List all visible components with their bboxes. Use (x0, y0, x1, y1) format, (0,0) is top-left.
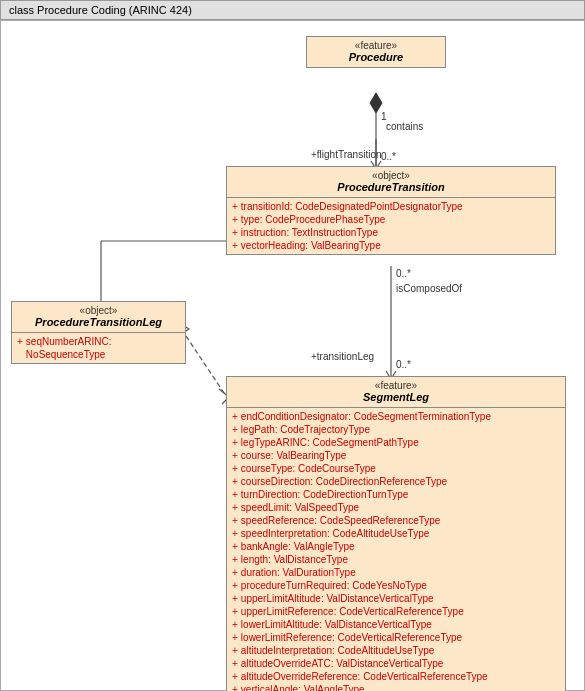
attr-line: +lowerLimitAltitude: ValDistanceVertical… (232, 618, 560, 631)
attr-plus: + (232, 200, 238, 213)
attr-text: duration: ValDurationType (241, 566, 356, 579)
attr-line: +upperLimitAltitude: ValDistanceVertical… (232, 592, 560, 605)
attr-text: verticalAngle: ValAngleType (241, 683, 365, 691)
attr-plus: + (232, 657, 238, 670)
proc-transition-leg-classname: ProcedureTransitionLeg (12, 316, 185, 332)
attr-line: + transitionId: CodeDesignatedPointDesig… (232, 200, 550, 213)
attr-line: +altitudeOverrideATC: ValDistanceVertica… (232, 657, 560, 670)
attr-plus: + (232, 579, 238, 592)
attr-line: + seqNumberARINC: NoSequenceType (17, 335, 180, 361)
attr-text: type: CodeProcedurePhaseType (241, 213, 386, 226)
attr-text: transitionId: CodeDesignatedPointDesigna… (241, 200, 463, 213)
attr-plus: + (232, 605, 238, 618)
attr-line: +lowerLimitReference: CodeVerticalRefere… (232, 631, 560, 644)
attr-line: + vectorHeading: ValBearingType (232, 239, 550, 252)
attr-plus: + (232, 436, 238, 449)
attr-text: endConditionDesignator: CodeSegmentTermi… (241, 410, 491, 423)
flight-transition-label: +flightTransition (311, 149, 382, 160)
segment-leg-box: «feature» SegmentLeg +endConditionDesign… (226, 376, 566, 691)
attr-plus: + (232, 683, 238, 691)
attr-text: legPath: CodeTrajectoryType (241, 423, 370, 436)
attr-text: altitudeInterpretation: CodeAltitudeUseT… (241, 644, 434, 657)
attr-line: +duration: ValDurationType (232, 566, 560, 579)
attr-plus: + (232, 488, 238, 501)
attr-text: lowerLimitAltitude: ValDistanceVerticalT… (241, 618, 432, 631)
attr-line: +courseDirection: CodeDirectionReference… (232, 475, 560, 488)
attr-text: speedLimit: ValSpeedType (241, 501, 359, 514)
attr-text: courseType: CodeCourseType (241, 462, 376, 475)
attr-plus: + (232, 670, 238, 683)
segment-leg-stereotype: «feature» (227, 377, 565, 391)
attr-text: legTypeARINC: CodeSegmentPathType (241, 436, 419, 449)
attr-plus: + (232, 644, 238, 657)
attr-plus: + (232, 239, 238, 252)
proc-transition-leg-attributes: + seqNumberARINC: NoSequenceType (12, 333, 185, 363)
attr-plus: + (232, 213, 238, 226)
attr-text: upperLimitReference: CodeVerticalReferen… (241, 605, 464, 618)
attr-line: +upperLimitReference: CodeVerticalRefere… (232, 605, 560, 618)
proc-transition-classname: ProcedureTransition (227, 181, 555, 197)
attr-text: vectorHeading: ValBearingType (241, 239, 381, 252)
attr-text: courseDirection: CodeDirectionReferenceT… (241, 475, 447, 488)
mult-0star3: 0..* (396, 359, 411, 370)
svg-line-4 (186, 336, 226, 396)
attr-line: +length: ValDistanceType (232, 553, 560, 566)
proc-transition-attributes: + transitionId: CodeDesignatedPointDesig… (227, 198, 555, 254)
attr-line: +verticalAngle: ValAngleType (232, 683, 560, 691)
attr-line: +speedLimit: ValSpeedType (232, 501, 560, 514)
mult-0star2: 0..* (396, 268, 411, 279)
attr-line: +procedureTurnRequired: CodeYesNoType (232, 579, 560, 592)
attr-plus: + (232, 592, 238, 605)
attr-line: +turnDirection: CodeDirectionTurnType (232, 488, 560, 501)
attr-plus: + (232, 618, 238, 631)
attr-text: lowerLimitReference: CodeVerticalReferen… (241, 631, 462, 644)
is-composed-of-label: isComposedOf (396, 283, 462, 294)
attr-plus: + (232, 449, 238, 462)
transition-leg-label: +transitionLeg (311, 351, 374, 362)
attr-line: +bankAngle: ValAngleType (232, 540, 560, 553)
attr-plus: + (232, 553, 238, 566)
attr-text: speedInterpretation: CodeAltitudeUseType (241, 527, 429, 540)
diagram-area: 1 contains +flightTransition 0..* 0..* i… (0, 20, 585, 691)
attr-text: procedureTurnRequired: CodeYesNoType (241, 579, 427, 592)
attr-line: + type: CodeProcedurePhaseType (232, 213, 550, 226)
attr-line: +altitudeInterpretation: CodeAltitudeUse… (232, 644, 560, 657)
procedure-stereotype: «feature» (307, 37, 445, 51)
attr-plus: + (232, 462, 238, 475)
segment-leg-classname: SegmentLeg (227, 391, 565, 407)
attr-line: +altitudeOverrideReference: CodeVertical… (232, 670, 560, 683)
attr-plus: + (232, 410, 238, 423)
attr-line: +legPath: CodeTrajectoryType (232, 423, 560, 436)
mult-0star1: 0..* (381, 151, 396, 162)
attr-text: altitudeOverrideATC: ValDistanceVertical… (241, 657, 444, 670)
procedure-classname: Procedure (307, 51, 445, 67)
svg-marker-1 (370, 93, 382, 113)
proc-transition-leg-box: «object» ProcedureTransitionLeg + seqNum… (11, 301, 186, 364)
attr-plus: + (232, 475, 238, 488)
contains-label: contains (386, 121, 423, 132)
attr-text: length: ValDistanceType (241, 553, 348, 566)
attr-line: +course: ValBearingType (232, 449, 560, 462)
attr-line: +speedInterpretation: CodeAltitudeUseTyp… (232, 527, 560, 540)
attr-plus: + (232, 527, 238, 540)
attr-line: +endConditionDesignator: CodeSegmentTerm… (232, 410, 560, 423)
attr-text: instruction: TextInstructionType (241, 226, 378, 239)
segment-leg-attributes: +endConditionDesignator: CodeSegmentTerm… (227, 408, 565, 691)
attr-plus: + (232, 501, 238, 514)
procedure-box: «feature» Procedure (306, 36, 446, 68)
attr-plus: + (232, 423, 238, 436)
attr-plus: + (232, 566, 238, 579)
attr-text: speedReference: CodeSpeedReferenceType (241, 514, 441, 527)
attr-text: altitudeOverrideReference: CodeVerticalR… (241, 670, 488, 683)
attr-line: +legTypeARINC: CodeSegmentPathType (232, 436, 560, 449)
attr-text: seqNumberARINC: NoSequenceType (26, 335, 180, 361)
attr-text: course: ValBearingType (241, 449, 346, 462)
proc-transition-stereotype: «object» (227, 167, 555, 181)
attr-plus: + (232, 631, 238, 644)
window-title-bar: class Procedure Coding (ARINC 424) (0, 0, 585, 20)
attr-plus: + (17, 335, 23, 348)
proc-transition-box: «object» ProcedureTransition + transitio… (226, 166, 556, 255)
attr-plus: + (232, 226, 238, 239)
attr-line: +speedReference: CodeSpeedReferenceType (232, 514, 560, 527)
attr-text: bankAngle: ValAngleType (241, 540, 355, 553)
